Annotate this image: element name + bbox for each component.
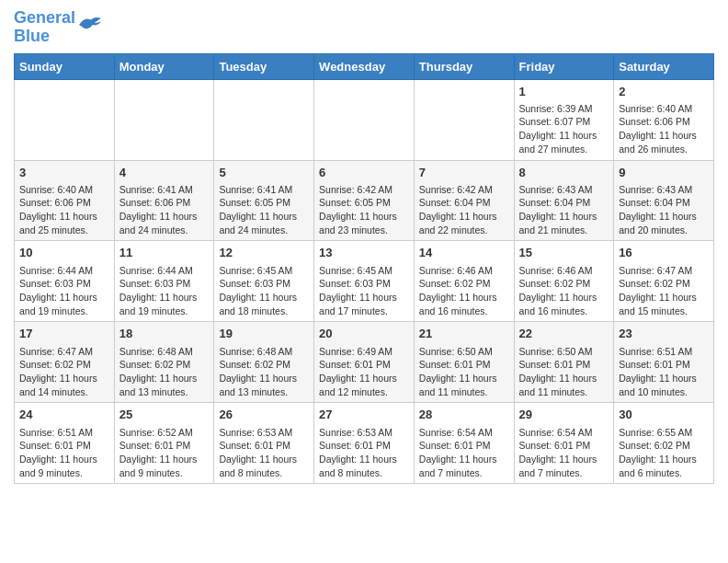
day-number: 20	[319, 326, 409, 342]
day-number: 14	[419, 245, 509, 261]
page-header: GeneralBlue	[14, 9, 714, 46]
day-number: 19	[219, 326, 309, 342]
calendar-cell: 20Sunrise: 6:49 AM Sunset: 6:01 PM Dayli…	[314, 322, 415, 403]
calendar-cell: 16Sunrise: 6:47 AM Sunset: 6:02 PM Dayli…	[614, 241, 714, 322]
week-row-1: 1Sunrise: 6:39 AM Sunset: 6:07 PM Daylig…	[15, 79, 714, 160]
day-number: 17	[19, 326, 109, 342]
calendar-cell: 11Sunrise: 6:44 AM Sunset: 6:03 PM Dayli…	[114, 241, 214, 322]
day-number: 23	[619, 326, 709, 342]
calendar-cell	[15, 79, 115, 160]
day-info: Sunrise: 6:41 AM Sunset: 6:05 PM Dayligh…	[219, 184, 297, 236]
weekday-header-monday: Monday	[114, 53, 214, 79]
calendar-cell: 2Sunrise: 6:40 AM Sunset: 6:06 PM Daylig…	[614, 79, 714, 160]
day-info: Sunrise: 6:40 AM Sunset: 6:06 PM Dayligh…	[19, 184, 97, 236]
day-number: 3	[19, 165, 109, 181]
logo-text: GeneralBlue	[14, 9, 75, 46]
day-number: 10	[19, 245, 109, 261]
calendar-cell: 21Sunrise: 6:50 AM Sunset: 6:01 PM Dayli…	[414, 322, 514, 403]
day-info: Sunrise: 6:41 AM Sunset: 6:06 PM Dayligh…	[119, 184, 198, 236]
calendar-cell: 5Sunrise: 6:41 AM Sunset: 6:05 PM Daylig…	[214, 160, 314, 241]
calendar-cell: 15Sunrise: 6:46 AM Sunset: 6:02 PM Dayli…	[514, 241, 614, 322]
day-info: Sunrise: 6:39 AM Sunset: 6:07 PM Dayligh…	[519, 103, 597, 155]
day-number: 30	[619, 407, 709, 423]
day-number: 6	[319, 165, 409, 181]
day-number: 18	[119, 326, 210, 342]
calendar-cell: 1Sunrise: 6:39 AM Sunset: 6:07 PM Daylig…	[514, 79, 614, 160]
week-row-4: 17Sunrise: 6:47 AM Sunset: 6:02 PM Dayli…	[15, 322, 714, 403]
day-info: Sunrise: 6:48 AM Sunset: 6:02 PM Dayligh…	[219, 346, 297, 397]
day-number: 25	[119, 407, 210, 423]
day-number: 2	[619, 84, 709, 100]
day-info: Sunrise: 6:45 AM Sunset: 6:03 PM Dayligh…	[219, 265, 297, 316]
day-info: Sunrise: 6:42 AM Sunset: 6:05 PM Dayligh…	[319, 184, 397, 236]
calendar-cell: 17Sunrise: 6:47 AM Sunset: 6:02 PM Dayli…	[15, 322, 115, 403]
calendar-cell: 23Sunrise: 6:51 AM Sunset: 6:01 PM Dayli…	[614, 322, 714, 403]
day-number: 21	[419, 326, 509, 342]
calendar-cell: 26Sunrise: 6:53 AM Sunset: 6:01 PM Dayli…	[214, 403, 314, 484]
calendar-cell: 4Sunrise: 6:41 AM Sunset: 6:06 PM Daylig…	[114, 160, 214, 241]
day-number: 26	[219, 407, 309, 423]
weekday-header-sunday: Sunday	[15, 53, 115, 79]
day-info: Sunrise: 6:54 AM Sunset: 6:01 PM Dayligh…	[419, 427, 497, 478]
calendar-cell: 13Sunrise: 6:45 AM Sunset: 6:03 PM Dayli…	[314, 241, 415, 322]
day-number: 5	[219, 165, 309, 181]
week-row-3: 10Sunrise: 6:44 AM Sunset: 6:03 PM Dayli…	[15, 241, 714, 322]
day-info: Sunrise: 6:51 AM Sunset: 6:01 PM Dayligh…	[619, 346, 697, 397]
day-info: Sunrise: 6:43 AM Sunset: 6:04 PM Dayligh…	[519, 184, 597, 236]
weekday-header-friday: Friday	[514, 53, 614, 79]
calendar-cell: 28Sunrise: 6:54 AM Sunset: 6:01 PM Dayli…	[414, 403, 514, 484]
calendar-cell: 9Sunrise: 6:43 AM Sunset: 6:04 PM Daylig…	[614, 160, 714, 241]
day-info: Sunrise: 6:53 AM Sunset: 6:01 PM Dayligh…	[319, 427, 397, 478]
weekday-header-tuesday: Tuesday	[214, 53, 314, 79]
day-number: 4	[119, 165, 210, 181]
day-info: Sunrise: 6:54 AM Sunset: 6:01 PM Dayligh…	[519, 427, 597, 478]
calendar-cell	[314, 79, 415, 160]
calendar-cell	[214, 79, 314, 160]
day-info: Sunrise: 6:43 AM Sunset: 6:04 PM Dayligh…	[619, 184, 697, 236]
week-row-5: 24Sunrise: 6:51 AM Sunset: 6:01 PM Dayli…	[15, 403, 714, 484]
calendar-cell: 22Sunrise: 6:50 AM Sunset: 6:01 PM Dayli…	[514, 322, 614, 403]
calendar-cell: 10Sunrise: 6:44 AM Sunset: 6:03 PM Dayli…	[15, 241, 115, 322]
day-number: 24	[19, 407, 109, 423]
day-info: Sunrise: 6:49 AM Sunset: 6:01 PM Dayligh…	[319, 346, 397, 397]
calendar-cell: 29Sunrise: 6:54 AM Sunset: 6:01 PM Dayli…	[514, 403, 614, 484]
day-info: Sunrise: 6:50 AM Sunset: 6:01 PM Dayligh…	[419, 346, 497, 397]
weekday-header-thursday: Thursday	[414, 53, 514, 79]
day-info: Sunrise: 6:52 AM Sunset: 6:01 PM Dayligh…	[119, 427, 198, 478]
day-number: 8	[519, 165, 609, 181]
calendar-cell: 25Sunrise: 6:52 AM Sunset: 6:01 PM Dayli…	[114, 403, 214, 484]
logo: GeneralBlue	[14, 9, 103, 46]
weekday-header-saturday: Saturday	[614, 53, 714, 79]
calendar-cell	[414, 79, 514, 160]
day-info: Sunrise: 6:40 AM Sunset: 6:06 PM Dayligh…	[619, 103, 697, 155]
calendar-cell: 6Sunrise: 6:42 AM Sunset: 6:05 PM Daylig…	[314, 160, 415, 241]
day-number: 27	[319, 407, 409, 423]
calendar-cell	[114, 79, 214, 160]
calendar-table: SundayMondayTuesdayWednesdayThursdayFrid…	[14, 53, 714, 485]
day-number: 15	[519, 245, 609, 261]
day-number: 11	[119, 245, 210, 261]
weekday-header-wednesday: Wednesday	[314, 53, 415, 79]
calendar-cell: 7Sunrise: 6:42 AM Sunset: 6:04 PM Daylig…	[414, 160, 514, 241]
day-info: Sunrise: 6:44 AM Sunset: 6:03 PM Dayligh…	[19, 265, 97, 316]
week-row-2: 3Sunrise: 6:40 AM Sunset: 6:06 PM Daylig…	[15, 160, 714, 241]
day-number: 29	[519, 407, 609, 423]
day-info: Sunrise: 6:48 AM Sunset: 6:02 PM Dayligh…	[119, 346, 198, 397]
calendar-cell: 8Sunrise: 6:43 AM Sunset: 6:04 PM Daylig…	[514, 160, 614, 241]
day-number: 16	[619, 245, 709, 261]
day-info: Sunrise: 6:44 AM Sunset: 6:03 PM Dayligh…	[119, 265, 198, 316]
day-info: Sunrise: 6:50 AM Sunset: 6:01 PM Dayligh…	[519, 346, 597, 397]
day-info: Sunrise: 6:46 AM Sunset: 6:02 PM Dayligh…	[519, 265, 597, 316]
day-number: 1	[519, 84, 609, 100]
calendar-cell: 3Sunrise: 6:40 AM Sunset: 6:06 PM Daylig…	[15, 160, 115, 241]
day-number: 9	[619, 165, 709, 181]
day-info: Sunrise: 6:47 AM Sunset: 6:02 PM Dayligh…	[19, 346, 97, 397]
calendar-cell: 14Sunrise: 6:46 AM Sunset: 6:02 PM Dayli…	[414, 241, 514, 322]
day-number: 28	[419, 407, 509, 423]
day-info: Sunrise: 6:51 AM Sunset: 6:01 PM Dayligh…	[19, 427, 97, 478]
calendar-cell: 12Sunrise: 6:45 AM Sunset: 6:03 PM Dayli…	[214, 241, 314, 322]
day-number: 7	[419, 165, 509, 181]
calendar-cell: 19Sunrise: 6:48 AM Sunset: 6:02 PM Dayli…	[214, 322, 314, 403]
day-number: 12	[219, 245, 309, 261]
day-number: 13	[319, 245, 409, 261]
